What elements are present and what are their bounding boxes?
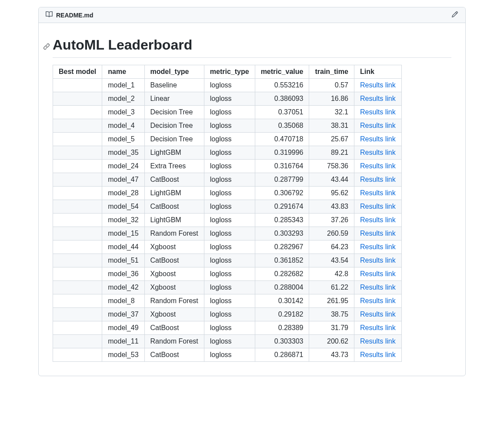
results-link[interactable]: Results link: [360, 122, 396, 129]
table-row: model_5Decision Treelogloss0.47071825.67…: [53, 133, 402, 146]
cell-train-time: 43.44: [309, 173, 354, 187]
cell-name: model_42: [102, 281, 144, 294]
cell-train-time: 42.8: [309, 267, 354, 281]
table-row: model_54CatBoostlogloss0.29167443.83Resu…: [53, 200, 402, 214]
cell-best-model: [53, 106, 102, 119]
cell-name: model_53: [102, 348, 144, 362]
cell-train-time: 61.22: [309, 281, 354, 294]
cell-metric-type: logloss: [204, 133, 255, 146]
results-link[interactable]: Results link: [360, 162, 396, 170]
cell-metric-value: 0.553216: [255, 79, 309, 92]
cell-link: Results link: [354, 267, 401, 281]
results-link[interactable]: Results link: [360, 243, 396, 250]
cell-best-model: [53, 308, 102, 321]
cell-model-type: Random Forest: [144, 227, 204, 240]
cell-link: Results link: [354, 106, 401, 119]
table-row: model_28LightGBMlogloss0.30679295.62Resu…: [53, 187, 402, 200]
cell-train-time: 260.59: [309, 227, 354, 240]
results-link[interactable]: Results link: [360, 95, 396, 102]
table-row: model_3Decision Treelogloss0.3705132.1Re…: [53, 106, 402, 119]
cell-metric-type: logloss: [204, 146, 255, 160]
results-link[interactable]: Results link: [360, 203, 396, 210]
cell-train-time: 95.62: [309, 187, 354, 200]
cell-model-type: CatBoost: [144, 321, 204, 335]
results-link[interactable]: Results link: [360, 284, 396, 291]
results-link[interactable]: Results link: [360, 135, 396, 143]
cell-model-type: LightGBM: [144, 214, 204, 227]
cell-link: Results link: [354, 335, 401, 348]
cell-metric-type: logloss: [204, 321, 255, 335]
results-link[interactable]: Results link: [360, 337, 396, 345]
table-row: model_42Xgboostlogloss0.28800461.22Resul…: [53, 281, 402, 294]
results-link[interactable]: Results link: [360, 257, 396, 264]
results-link[interactable]: Results link: [360, 310, 396, 318]
cell-name: model_54: [102, 200, 144, 214]
cell-metric-value: 0.291674: [255, 200, 309, 214]
book-icon: [46, 11, 53, 19]
table-row: model_2Linearlogloss0.38609316.86Results…: [53, 92, 402, 106]
table-row: model_11Random Forestlogloss0.303303200.…: [53, 335, 402, 348]
cell-best-model: [53, 335, 102, 348]
results-link[interactable]: Results link: [360, 297, 396, 304]
results-link[interactable]: Results link: [360, 108, 396, 116]
col-model-type: model_type: [144, 65, 204, 79]
cell-metric-value: 0.29182: [255, 308, 309, 321]
cell-model-type: CatBoost: [144, 173, 204, 187]
cell-name: model_4: [102, 119, 144, 133]
cell-link: Results link: [354, 200, 401, 214]
cell-link: Results link: [354, 214, 401, 227]
cell-link: Results link: [354, 240, 401, 254]
cell-metric-type: logloss: [204, 160, 255, 173]
cell-model-type: Extra Trees: [144, 160, 204, 173]
cell-metric-type: logloss: [204, 294, 255, 308]
cell-best-model: [53, 321, 102, 335]
readme-header: README.md: [39, 7, 465, 23]
cell-name: model_5: [102, 133, 144, 146]
results-link[interactable]: Results link: [360, 351, 396, 358]
cell-name: model_1: [102, 79, 144, 92]
cell-train-time: 0.57: [309, 79, 354, 92]
cell-metric-value: 0.30142: [255, 294, 309, 308]
table-row: model_8Random Forestlogloss0.30142261.95…: [53, 294, 402, 308]
cell-best-model: [53, 146, 102, 160]
cell-best-model: [53, 119, 102, 133]
results-link[interactable]: Results link: [360, 216, 396, 224]
table-row: model_51CatBoostlogloss0.36185243.54Resu…: [53, 254, 402, 267]
results-link[interactable]: Results link: [360, 324, 396, 331]
cell-train-time: 38.75: [309, 308, 354, 321]
cell-best-model: [53, 214, 102, 227]
results-link[interactable]: Results link: [360, 149, 396, 156]
cell-metric-type: logloss: [204, 267, 255, 281]
cell-train-time: 261.95: [309, 294, 354, 308]
cell-name: model_37: [102, 308, 144, 321]
results-link[interactable]: Results link: [360, 270, 396, 277]
pencil-icon[interactable]: [451, 11, 458, 19]
results-link[interactable]: Results link: [360, 81, 396, 89]
table-header-row: Best model name model_type metric_type m…: [53, 65, 402, 79]
cell-best-model: [53, 348, 102, 362]
col-link: Link: [354, 65, 401, 79]
cell-metric-value: 0.306792: [255, 187, 309, 200]
cell-metric-value: 0.361852: [255, 254, 309, 267]
col-metric-type: metric_type: [204, 65, 255, 79]
cell-model-type: LightGBM: [144, 146, 204, 160]
cell-metric-value: 0.286871: [255, 348, 309, 362]
table-row: model_24Extra Treeslogloss0.316764758.36…: [53, 160, 402, 173]
results-link[interactable]: Results link: [360, 189, 396, 197]
cell-metric-value: 0.285343: [255, 214, 309, 227]
link-icon[interactable]: [43, 43, 50, 51]
cell-best-model: [53, 173, 102, 187]
cell-best-model: [53, 267, 102, 281]
cell-best-model: [53, 200, 102, 214]
results-link[interactable]: Results link: [360, 230, 396, 237]
cell-link: Results link: [354, 308, 401, 321]
table-row: model_15Random Forestlogloss0.303293260.…: [53, 227, 402, 240]
cell-link: Results link: [354, 160, 401, 173]
cell-model-type: Xgboost: [144, 281, 204, 294]
table-row: model_36Xgboostlogloss0.28268242.8Result…: [53, 267, 402, 281]
col-name: name: [102, 65, 144, 79]
results-link[interactable]: Results link: [360, 176, 396, 183]
cell-metric-type: logloss: [204, 281, 255, 294]
cell-link: Results link: [354, 92, 401, 106]
cell-metric-type: logloss: [204, 92, 255, 106]
